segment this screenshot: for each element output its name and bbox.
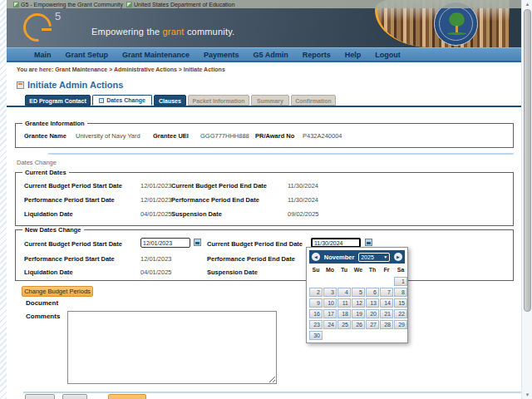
calendar-empty-cell — [309, 277, 323, 286]
calendar-day-cell[interactable]: 17 — [323, 309, 337, 318]
calendar-next-button[interactable]: ▶ — [394, 253, 402, 261]
calendar-trigger-icon[interactable] — [365, 239, 372, 246]
nav-item-main[interactable]: Main — [34, 51, 52, 59]
comments-textarea[interactable] — [67, 311, 277, 384]
new-liquidation-date-label: Liquidation Date — [24, 268, 73, 276]
calendar-day-cell[interactable]: 5 — [352, 288, 365, 297]
calendar-day-header: Mo — [323, 267, 337, 275]
current-budget-end-label: Current Budget Period End Date — [171, 182, 267, 190]
performance-start-label: Performance Period Start Date — [24, 196, 115, 204]
breadcrumb: You are here: Grant Maintenance > Admini… — [17, 66, 225, 72]
breadcrumb-prefix: You are here: — [17, 66, 53, 72]
performance-start-value: 12/01/2023 — [140, 196, 172, 204]
calendar-day-cell[interactable]: 15 — [394, 298, 407, 308]
calendar-day-cell[interactable]: 30 — [309, 331, 323, 340]
nav-item-g5-admin[interactable]: G5 Admin — [254, 51, 288, 59]
scroll-up-button[interactable]: ▲ — [523, 0, 532, 8]
page-title: Initiate Admin Actions — [27, 80, 123, 90]
calendar-day-cell[interactable]: 11 — [337, 298, 351, 308]
calendar-day-cell[interactable]: 8 — [394, 288, 407, 297]
nav-item-help[interactable]: Help — [345, 51, 362, 59]
window-title-strip: G5 - Empowering the Grant Community Unit… — [7, 0, 521, 8]
calendar-day-header: Fr — [380, 267, 393, 275]
calendar-day-cell[interactable]: 16 — [309, 309, 323, 318]
comments-label: Comments — [26, 313, 60, 320]
calendar-popup: ◀ November 2025▼ ▶ SuMoTuWeThFrSa1234567… — [306, 247, 408, 343]
new-budget-start-input[interactable] — [140, 238, 190, 248]
calendar-day-cell[interactable]: 26 — [352, 320, 365, 329]
nav-item-grant-setup[interactable]: Grant Setup — [66, 51, 109, 59]
change-budget-periods-button[interactable]: Change Budget Periods — [22, 286, 93, 297]
calendar-day-cell[interactable]: 14 — [380, 298, 393, 308]
calendar-day-cell[interactable]: 1 — [394, 277, 407, 286]
grantee-uei-label: Grantee UEI — [153, 132, 189, 140]
calendar-day-cell[interactable]: 3 — [323, 288, 337, 297]
liquidation-date-value: 04/01/2025 — [140, 210, 172, 218]
page-content: 5 Empowering the grant community. G5 - E… — [7, 0, 521, 399]
calendar-year-select[interactable]: 2025▼ — [358, 253, 390, 262]
window-title-ed: United States Department of Education — [126, 2, 234, 7]
tab-clauses[interactable]: Clauses — [154, 95, 186, 106]
calendar-day-cell[interactable]: 27 — [366, 320, 379, 329]
scrollbar[interactable]: ▲ ▼ — [521, 0, 532, 399]
calendar-day-cell[interactable]: 2 — [309, 288, 323, 297]
calendar-day-cell[interactable]: 23 — [309, 320, 323, 329]
calendar-day-cell[interactable]: 9 — [309, 298, 323, 308]
new-suspension-date-label: Suspension Date — [207, 268, 258, 276]
grantee-information-legend: Grantee Information — [22, 120, 87, 127]
calendar-header: ◀ November 2025▼ ▶ — [309, 250, 405, 264]
bottom-action-button-2[interactable] — [62, 394, 87, 399]
new-liquidation-date-value: 04/01/2025 — [140, 268, 172, 276]
nav-item-grant-maintenance[interactable]: Grant Maintenance — [122, 51, 190, 59]
calendar-day-cell[interactable]: 10 — [323, 298, 337, 308]
calendar-empty-cell — [394, 331, 407, 340]
calendar-day-cell[interactable]: 21 — [380, 309, 393, 318]
calendar-empty-cell — [366, 277, 379, 286]
scroll-down-button[interactable]: ▼ — [523, 391, 532, 399]
grantee-name-label: Grantee Name — [24, 132, 66, 140]
calendar-day-cell[interactable]: 18 — [337, 309, 351, 318]
current-budget-start-value: 12/01/2023 — [140, 182, 172, 190]
bottom-action-button-1[interactable] — [25, 394, 55, 399]
calendar-day-cell[interactable]: 28 — [380, 320, 393, 329]
current-budget-end-value: 11/30/2024 — [288, 182, 318, 190]
breadcrumb-path[interactable]: Grant Maintenance > Administrative Actio… — [55, 66, 225, 72]
page-title-icon — [17, 81, 24, 89]
tab-dates-change[interactable]: Dates Change — [92, 95, 152, 106]
tab-ed-program-contact[interactable]: ED Program Contact — [25, 95, 91, 106]
calendar-grid: SuMoTuWeThFrSa12345678910111213141516171… — [309, 267, 405, 340]
calendar-prev-button[interactable]: ◀ — [312, 253, 320, 261]
calendar-day-cell[interactable]: 19 — [352, 309, 365, 318]
nav-item-logout[interactable]: Logout — [375, 51, 401, 59]
calendar-day-cell[interactable]: 4 — [337, 288, 351, 297]
page-title-row: Initiate Admin Actions — [17, 80, 123, 90]
tab-summary: Summary — [251, 95, 289, 106]
dates-change-section-label: Dates Change — [17, 159, 57, 166]
scrollbar-thumb[interactable] — [524, 9, 531, 312]
calendar-trigger-icon[interactable] — [194, 239, 201, 246]
new-dates-change-fieldset: New Dates Change Current Budget Period S… — [15, 229, 514, 281]
calendar-day-cell[interactable]: 22 — [394, 309, 407, 318]
calendar-day-cell[interactable]: 24 — [323, 320, 337, 329]
bottom-action-button-3[interactable] — [108, 394, 146, 399]
new-dates-change-legend: New Dates Change — [22, 226, 84, 234]
calendar-day-cell[interactable]: 6 — [366, 288, 379, 297]
calendar-empty-cell — [352, 331, 365, 340]
tab-dates-change-icon — [99, 98, 104, 103]
calendar-day-cell[interactable]: 29 — [394, 320, 407, 329]
calendar-month-label: November — [324, 254, 355, 261]
calendar-day-cell[interactable]: 20 — [366, 309, 379, 318]
calendar-day-cell[interactable]: 7 — [380, 288, 393, 297]
calendar-day-cell[interactable]: 25 — [337, 320, 351, 329]
favicon-icon — [126, 2, 132, 7]
g5-logo-g — [17, 7, 57, 47]
calendar-empty-cell — [323, 277, 337, 286]
calendar-day-cell[interactable]: 12 — [352, 298, 365, 308]
calendar-empty-cell — [323, 331, 337, 340]
nav-item-reports[interactable]: Reports — [303, 51, 331, 59]
calendar-day-cell[interactable]: 13 — [366, 298, 379, 308]
nav-item-payments[interactable]: Payments — [204, 51, 239, 59]
grantee-uei-value: GGG777HHH888 — [200, 132, 249, 140]
favicon-icon — [13, 2, 19, 7]
tab-underline — [7, 106, 521, 107]
